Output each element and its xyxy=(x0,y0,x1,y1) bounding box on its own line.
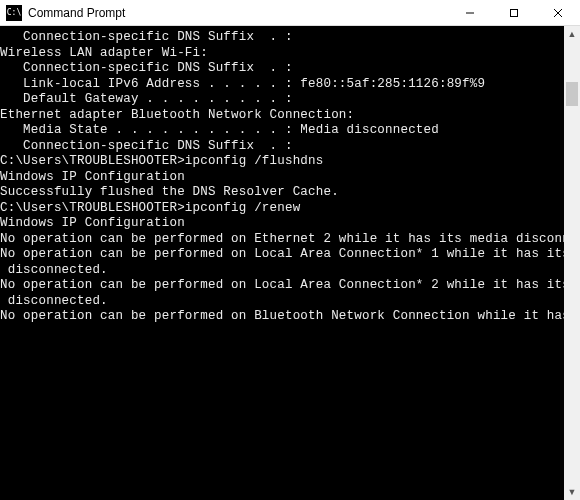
vertical-scrollbar[interactable]: ▲ ▼ xyxy=(564,26,580,500)
scroll-down-arrow-icon[interactable]: ▼ xyxy=(564,484,580,500)
minimize-icon xyxy=(465,8,475,18)
terminal-line: No operation can be performed on Local A… xyxy=(0,247,564,263)
close-icon xyxy=(553,8,563,18)
terminal-output[interactable]: Connection-specific DNS Suffix . :Wirele… xyxy=(0,26,564,500)
terminal-line: Wireless LAN adapter Wi-Fi: xyxy=(0,46,564,62)
scrollbar-thumb[interactable] xyxy=(566,82,578,106)
terminal-line: Windows IP Configuration xyxy=(0,216,564,232)
terminal-line: Connection-specific DNS Suffix . : xyxy=(0,30,564,46)
terminal-line: Connection-specific DNS Suffix . : xyxy=(0,139,564,155)
terminal-line: C:\Users\TROUBLESHOOTER>ipconfig /flushd… xyxy=(0,154,564,170)
scroll-up-arrow-icon[interactable]: ▲ xyxy=(564,26,580,42)
client-area: Connection-specific DNS Suffix . :Wirele… xyxy=(0,26,580,500)
terminal-line: No operation can be performed on Local A… xyxy=(0,278,564,294)
terminal-line: Media State . . . . . . . . . . . : Medi… xyxy=(0,123,564,139)
maximize-icon xyxy=(509,8,519,18)
window-title: Command Prompt xyxy=(28,6,125,20)
minimize-button[interactable] xyxy=(448,0,492,26)
titlebar[interactable]: C:\ Command Prompt xyxy=(0,0,580,26)
svg-rect-1 xyxy=(511,9,518,16)
terminal-line: disconnected. xyxy=(0,294,564,310)
terminal-line: Link-local IPv6 Address . . . . . : fe80… xyxy=(0,77,564,93)
terminal-line: No operation can be performed on Bluetoo… xyxy=(0,309,564,325)
scrollbar-track[interactable] xyxy=(564,42,580,484)
close-button[interactable] xyxy=(536,0,580,26)
maximize-button[interactable] xyxy=(492,0,536,26)
app-icon: C:\ xyxy=(6,5,22,21)
command-prompt-window: C:\ Command Prompt Connection-specific D… xyxy=(0,0,580,500)
terminal-line: Default Gateway . . . . . . . . . : xyxy=(0,92,564,108)
terminal-line: Windows IP Configuration xyxy=(0,170,564,186)
terminal-line: No operation can be performed on Etherne… xyxy=(0,232,564,248)
terminal-line: disconnected. xyxy=(0,263,564,279)
terminal-line: Connection-specific DNS Suffix . : xyxy=(0,61,564,77)
terminal-line: C:\Users\TROUBLESHOOTER>ipconfig /renew xyxy=(0,201,564,217)
terminal-line: Ethernet adapter Bluetooth Network Conne… xyxy=(0,108,564,124)
terminal-line: Successfully flushed the DNS Resolver Ca… xyxy=(0,185,564,201)
